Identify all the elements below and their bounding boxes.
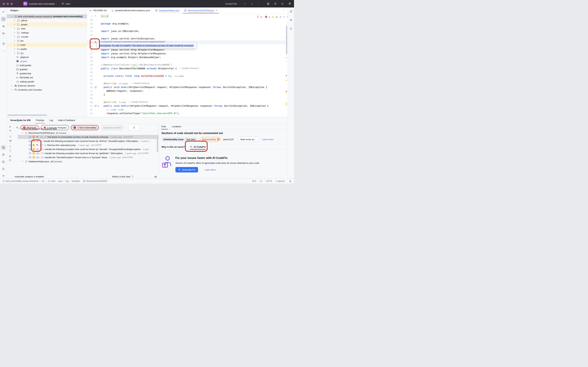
breadcrumb-item-java[interactable]: java: [59, 180, 62, 182]
project-folder-icon[interactable]: [1, 17, 6, 21]
code-line-32[interactable]: 32: [87, 70, 287, 74]
finding-row[interactable]: (66, 17)Handle the following exception t…: [18, 151, 159, 155]
run-analysis-button[interactable]: [9, 125, 12, 128]
run-button[interactable]: [243, 2, 246, 5]
tree-item--vscode[interactable]: .vscode: [7, 35, 87, 39]
more-icon[interactable]: [1, 49, 6, 53]
code-line-42[interactable]: 42 // some code: [87, 108, 287, 111]
code-line-37[interactable]: 37 doPost(request, response);: [87, 89, 287, 93]
line-separator[interactable]: LF: [260, 180, 262, 182]
chevron-down-icon[interactable]: [21, 160, 24, 163]
learn-more-link[interactable]: Learn More: [205, 168, 216, 171]
previous-problem-icon[interactable]: [286, 16, 287, 18]
code-line-40[interactable]: 40 @Override1 usageClaudia Sonarova *: [87, 100, 287, 104]
problems-icon[interactable]: [1, 167, 6, 171]
structure-icon[interactable]: [1, 41, 6, 46]
ai-assistant-icon[interactable]: [267, 2, 270, 5]
close-icon[interactable]: ✕: [216, 9, 217, 12]
chevron-right-icon[interactable]: [13, 43, 16, 46]
code-line-20[interactable]: 20: [87, 25, 287, 29]
tab-why-issue[interactable]: Why is this an issue?: [162, 144, 185, 149]
tree-item-gradle[interactable]: gradle: [7, 47, 87, 51]
editor-tab-benchmarktest00008-java[interactable]: CBenchmarkTest00008.java✕: [182, 8, 220, 13]
tab-help-feedback[interactable]: Help & Feedback: [58, 117, 75, 123]
debug-button[interactable]: [250, 2, 253, 5]
mark-issue-button[interactable]: Mark Issue as...: [238, 137, 258, 142]
window-controls[interactable]: [3, 3, 13, 5]
minimize-window-icon[interactable]: [7, 3, 9, 5]
chevron-right-icon[interactable]: [13, 52, 16, 54]
tree-item-build[interactable]: build: [7, 43, 87, 47]
git-branch-icon[interactable]: [1, 174, 6, 178]
vcs-update-icon[interactable]: [1, 31, 6, 36]
generate-fix-button[interactable]: Generate Fix: [175, 167, 198, 172]
tab-locations[interactable]: Locations: [172, 123, 181, 129]
tree-item-gradlew[interactable]: gradlew: [7, 67, 87, 71]
code-line-19[interactable]: 19package org.example;: [87, 22, 287, 25]
chevron-right-icon[interactable]: [13, 39, 16, 42]
code-line-43[interactable]: 43 response.setContentType("text/html;ch…: [87, 111, 287, 115]
expand-all-icon[interactable]: [9, 145, 12, 148]
ai-chat-icon[interactable]: [289, 18, 293, 22]
code-line-34[interactable]: 34: [87, 78, 287, 82]
tree-item-src[interactable]: src: [7, 51, 87, 55]
finding-row[interactable]: (24, 2)This block of commented-out lines…: [18, 135, 159, 139]
code-line-41[interactable]: 41@ public void doPost(HttpServletReques…: [87, 104, 287, 108]
tree-item-settings-gradle[interactable]: settings.gradle: [7, 80, 87, 83]
tree-item--gradle[interactable]: .gradle: [7, 22, 87, 26]
project-selector[interactable]: example-taint-vulnerability ⌄: [29, 2, 57, 5]
share-icon[interactable]: [9, 135, 12, 138]
tree-item-bin[interactable]: bin: [7, 39, 87, 43]
tree-item--idea[interactable]: .idea: [7, 26, 87, 31]
chevron-right-icon[interactable]: [10, 88, 13, 91]
chevron-right-icon[interactable]: [13, 19, 16, 22]
learn-more-link[interactable]: Learn more: [262, 138, 273, 141]
close-window-icon[interactable]: [3, 3, 5, 5]
editor-tab-predefinedexternalannotations-json[interactable]: {}predefinedExternalAnnotations.json: [109, 8, 152, 13]
gradle-icon[interactable]: [289, 26, 293, 31]
cloud-settings-icon[interactable]: [154, 175, 157, 178]
code-line-22[interactable]: 22: [87, 33, 287, 37]
add-user-icon[interactable]: [274, 2, 277, 5]
code-line-35[interactable]: 35 @Overrideno usagesClaudia Sonarova: [87, 82, 287, 85]
maximize-window-icon[interactable]: [10, 3, 13, 5]
search-icon[interactable]: [281, 2, 284, 5]
inspections-widget[interactable]: 8 3 11 1: [256, 15, 287, 19]
breadcrumb-item-main[interactable]: main: [48, 180, 55, 182]
code-line-31[interactable]: 31public class BenchmarkTest00008 extend…: [87, 67, 287, 70]
tree-item-external-libraries[interactable]: External Libraries: [7, 83, 87, 88]
chevron-down-icon[interactable]: [21, 132, 24, 134]
code-line-36[interactable]: 36 public void doGet(HttpServletRequest …: [87, 85, 287, 89]
finding-file[interactable]: DatabaseHelper.java(58 issues): [18, 159, 159, 163]
tree-item-build-gradle[interactable]: build.gradle: [7, 63, 87, 67]
sonar-question-icon[interactable]: ?: [1, 24, 6, 29]
chevron-down-icon[interactable]: [10, 15, 13, 18]
sonarqube-icon[interactable]: [1, 145, 6, 150]
services-icon[interactable]: [1, 152, 6, 157]
editor-tab-readme-md[interactable]: MREADME.md: [87, 8, 109, 13]
finding-row[interactable]: (68, 13)Handle the "ServletException" th…: [18, 155, 159, 159]
tree-item-gradlew-bat[interactable]: gradlew.bat: [7, 71, 87, 75]
chevron-down-icon[interactable]: ⌄: [19, 9, 20, 11]
horizontal-scrollbar[interactable]: [8, 115, 47, 116]
commit-icon[interactable]: [1, 9, 6, 14]
breadcrumb-item-benchmarktest00008[interactable]: CBenchmarkTest00008: [83, 180, 107, 183]
chevron-right-icon[interactable]: [10, 84, 13, 87]
whats-in-this-view[interactable]: What's in this view ?: [112, 175, 134, 178]
override-method-icon[interactable]: [94, 104, 97, 107]
editor-tab-databasehelper-java[interactable]: CDatabaseHelper.java: [153, 8, 182, 13]
code-line-27[interactable]: 27import javax.servlet.http.HttpServletR…: [87, 52, 287, 55]
finding-group[interactable]: Found 64 issues in the opened files: [18, 127, 159, 131]
chevron-right-icon[interactable]: [13, 35, 16, 38]
annotation-gutter-icon[interactable]: @: [97, 104, 100, 107]
tree-item-taint-vulnerability-owasp-enterprise[interactable]: taint-vulnerability-owasp-enterprise [ex…: [7, 14, 87, 18]
fold-chevron-icon[interactable]: [94, 14, 97, 18]
code-line-23[interactable]: 23import javax.servlet.ServletException;: [87, 37, 287, 41]
tree-item-scratches-and-consoles[interactable]: Scratches and Consoles: [7, 88, 87, 92]
branch-selector[interactable]: main ⌄: [61, 2, 73, 5]
finding-file[interactable]: BenchmarkTest00008.java(6 issues): [18, 131, 159, 135]
collapse-all-icon[interactable]: [9, 149, 12, 152]
settings-icon[interactable]: [288, 2, 291, 5]
group-by-icon[interactable]: [9, 139, 12, 142]
caret-position[interactable]: 24:3: [252, 180, 256, 182]
